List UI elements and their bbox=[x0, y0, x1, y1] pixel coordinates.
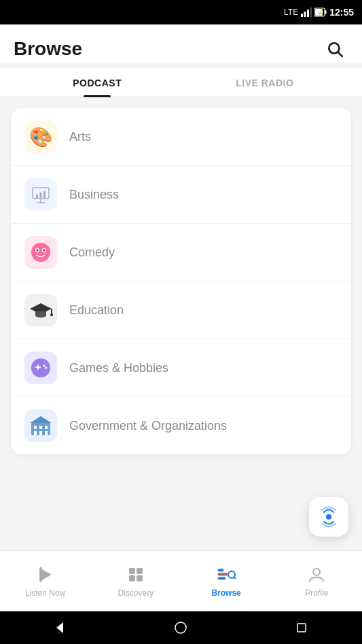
back-arrow-icon bbox=[54, 621, 67, 634]
nav-item-discovery[interactable]: Discovery bbox=[90, 560, 181, 603]
search-icon bbox=[326, 40, 344, 58]
svg-point-16 bbox=[31, 243, 50, 262]
play-icon bbox=[36, 565, 55, 584]
clock: 12:55 bbox=[329, 7, 354, 18]
svg-point-27 bbox=[43, 365, 46, 367]
government-icon bbox=[24, 409, 57, 442]
svg-rect-1 bbox=[304, 12, 306, 17]
page-title: Browse bbox=[14, 38, 82, 60]
signal-strength-icon bbox=[301, 7, 312, 18]
svg-rect-46 bbox=[218, 577, 225, 579]
layers-icon bbox=[126, 565, 145, 584]
tab-live-radio[interactable]: LIVE RADIO bbox=[181, 68, 349, 97]
svg-rect-33 bbox=[45, 426, 48, 429]
list-item[interactable]: Games & Hobbies bbox=[11, 339, 351, 397]
status-icons: LTE ⚡ 12:55 bbox=[284, 7, 354, 18]
battery-icon: ⚡ bbox=[314, 7, 327, 17]
category-list: 🎨 Arts Business bbox=[11, 108, 351, 454]
browse-icon bbox=[217, 565, 236, 584]
svg-marker-30 bbox=[30, 416, 52, 423]
arts-label: Arts bbox=[69, 130, 91, 144]
android-home-button[interactable] bbox=[168, 615, 193, 640]
svg-rect-34 bbox=[34, 431, 37, 435]
svg-rect-31 bbox=[34, 426, 37, 429]
svg-rect-42 bbox=[129, 575, 135, 581]
svg-rect-35 bbox=[39, 431, 42, 435]
nav-label-profile: Profile bbox=[305, 588, 328, 598]
svg-point-20 bbox=[43, 250, 46, 252]
svg-rect-3 bbox=[310, 7, 312, 17]
svg-point-49 bbox=[313, 569, 320, 575]
building-icon bbox=[29, 413, 53, 438]
svg-rect-39 bbox=[40, 568, 41, 581]
radio-waves-icon bbox=[318, 506, 340, 528]
nav-label-listen-now: Listen Now bbox=[25, 588, 65, 598]
svg-point-28 bbox=[46, 367, 48, 369]
home-circle-icon bbox=[175, 622, 187, 634]
svg-rect-15 bbox=[43, 191, 46, 198]
search-button[interactable] bbox=[321, 35, 348, 63]
android-recent-button[interactable] bbox=[289, 615, 314, 640]
svg-rect-6 bbox=[325, 10, 327, 14]
nav-item-listen-now[interactable]: Listen Now bbox=[0, 560, 90, 603]
lte-icon: LTE bbox=[284, 7, 298, 17]
android-back-button[interactable] bbox=[48, 615, 73, 640]
tab-bar: PODCAST LIVE RADIO bbox=[0, 68, 362, 97]
svg-marker-38 bbox=[41, 569, 52, 581]
list-item[interactable]: Government & Organizations bbox=[11, 397, 351, 454]
presentation-icon bbox=[30, 184, 52, 205]
svg-rect-44 bbox=[218, 569, 223, 571]
nav-item-profile[interactable]: Profile bbox=[272, 560, 362, 603]
android-nav-bar bbox=[0, 611, 362, 644]
list-item[interactable]: Education bbox=[11, 282, 351, 339]
svg-text:⚡: ⚡ bbox=[316, 10, 323, 16]
list-item[interactable]: Comedy bbox=[11, 224, 351, 282]
svg-rect-41 bbox=[137, 568, 143, 574]
svg-rect-52 bbox=[297, 624, 306, 632]
svg-marker-50 bbox=[56, 622, 63, 633]
nav-label-discovery: Discovery bbox=[118, 588, 154, 598]
person-icon bbox=[307, 565, 326, 584]
svg-rect-14 bbox=[40, 192, 42, 198]
list-item[interactable]: Business bbox=[11, 166, 351, 224]
bottom-navigation: Listen Now Discovery Browse bbox=[0, 550, 362, 611]
gamepad-icon bbox=[29, 356, 53, 380]
svg-rect-32 bbox=[39, 426, 42, 429]
nav-item-browse[interactable]: Browse bbox=[181, 560, 272, 603]
recent-apps-icon bbox=[296, 622, 307, 633]
comedy-face-icon bbox=[29, 240, 53, 265]
svg-rect-13 bbox=[36, 194, 38, 198]
svg-rect-36 bbox=[45, 431, 48, 435]
svg-point-23 bbox=[50, 313, 53, 316]
government-organizations-label: Government & Organizations bbox=[69, 419, 227, 433]
svg-rect-45 bbox=[218, 573, 228, 575]
svg-rect-0 bbox=[301, 14, 303, 17]
svg-point-37 bbox=[326, 514, 331, 520]
games-hobbies-icon bbox=[24, 352, 57, 384]
svg-rect-2 bbox=[307, 10, 309, 17]
list-item[interactable]: 🎨 Arts bbox=[11, 108, 351, 166]
svg-rect-40 bbox=[129, 568, 135, 574]
nav-label-browse: Browse bbox=[211, 588, 240, 598]
app-header: Browse bbox=[0, 24, 362, 63]
business-icon bbox=[24, 178, 57, 211]
radio-fab-button[interactable] bbox=[309, 497, 348, 537]
svg-line-9 bbox=[338, 52, 342, 56]
svg-rect-43 bbox=[137, 575, 143, 581]
business-label: Business bbox=[69, 188, 119, 202]
svg-line-48 bbox=[234, 577, 236, 579]
svg-point-19 bbox=[37, 250, 39, 252]
svg-rect-26 bbox=[37, 365, 39, 370]
education-label: Education bbox=[69, 303, 124, 318]
tab-podcast[interactable]: PODCAST bbox=[14, 68, 181, 97]
svg-point-51 bbox=[175, 622, 186, 633]
svg-point-24 bbox=[31, 358, 50, 377]
games-hobbies-label: Games & Hobbies bbox=[69, 361, 168, 375]
education-icon bbox=[24, 294, 57, 326]
comedy-label: Comedy bbox=[69, 245, 115, 260]
graduation-cap-icon bbox=[29, 298, 53, 322]
status-bar: LTE ⚡ 12:55 bbox=[0, 0, 362, 24]
comedy-icon bbox=[24, 236, 57, 269]
arts-icon: 🎨 bbox=[24, 120, 57, 153]
